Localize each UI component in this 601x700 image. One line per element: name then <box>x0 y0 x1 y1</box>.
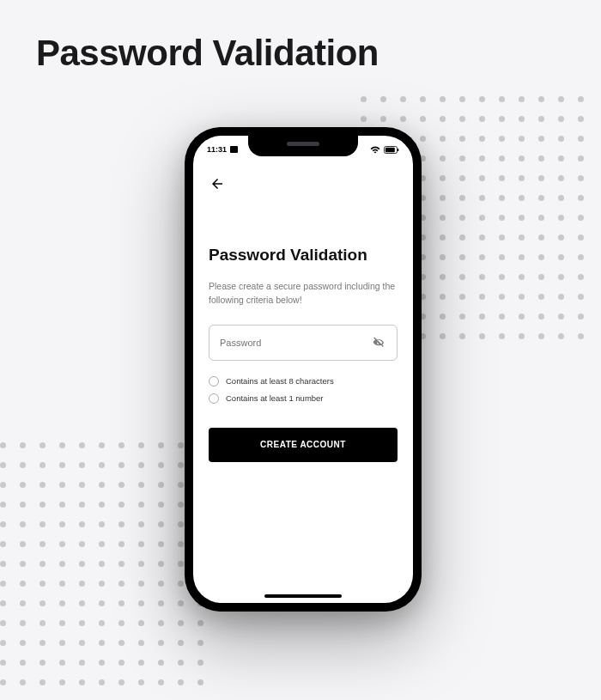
criteria-label: Contains at least 1 number <box>226 393 324 403</box>
wifi-icon <box>370 146 380 154</box>
home-indicator[interactable] <box>264 594 342 598</box>
criteria-item: Contains at least 1 number <box>209 393 398 404</box>
toggle-visibility-button[interactable] <box>371 335 386 350</box>
screen-title: Password Validation <box>209 246 398 265</box>
eye-off-icon <box>372 336 385 350</box>
screen-content: Password Validation Please create a secu… <box>209 246 398 462</box>
password-field[interactable] <box>209 325 398 361</box>
svg-rect-2 <box>398 149 398 151</box>
battery-icon <box>384 146 399 154</box>
phone-notch <box>248 136 358 156</box>
phone-screen: 11:31 Password Validation Please create … <box>193 136 413 603</box>
criteria-label: Contains at least 8 characters <box>226 376 334 386</box>
criteria-check-icon <box>209 393 219 404</box>
page-title: Password Validation <box>36 33 379 74</box>
status-left: 11:31 <box>207 145 238 154</box>
phone-mockup: 11:31 Password Validation Please create … <box>185 127 422 612</box>
screen-subtitle: Please create a secure password includin… <box>209 280 398 307</box>
phone-speaker <box>287 142 319 146</box>
sms-icon <box>230 146 238 153</box>
criteria-item: Contains at least 8 characters <box>209 376 398 387</box>
criteria-list: Contains at least 8 characters Contains … <box>209 376 398 404</box>
password-input[interactable] <box>220 338 371 348</box>
criteria-check-icon <box>209 376 219 387</box>
create-account-button[interactable]: CREATE ACCOUNT <box>209 428 398 462</box>
back-button[interactable] <box>207 173 228 194</box>
svg-rect-1 <box>385 147 395 151</box>
arrow-back-icon <box>209 176 225 192</box>
status-right <box>370 146 399 154</box>
status-time: 11:31 <box>207 145 227 154</box>
